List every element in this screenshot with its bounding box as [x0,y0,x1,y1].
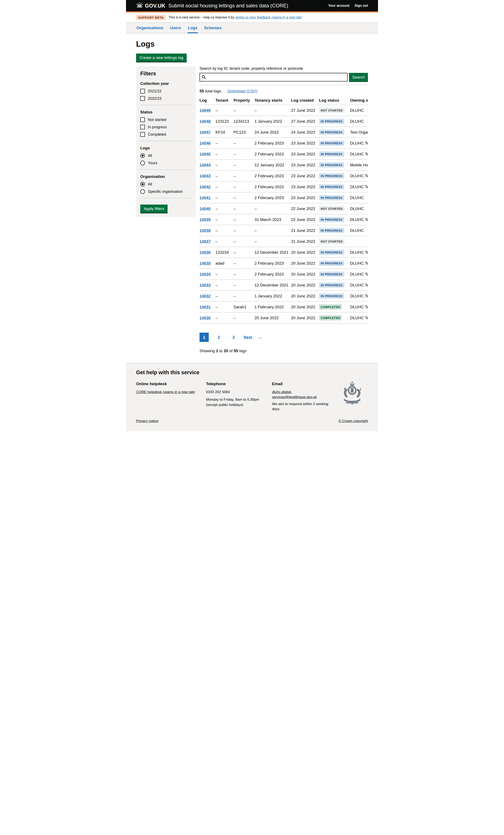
radio-all[interactable]: All [140,182,191,186]
status-badge: IN PROGRESS [319,217,344,222]
log-link[interactable]: 14038 [200,228,210,233]
radio-all[interactable]: All [140,153,191,158]
crown-copyright-link[interactable]: © Crown copyright [339,419,368,423]
checkbox-not-started[interactable]: Not started [140,117,191,122]
pagination-page-1[interactable]: 1 [200,333,209,342]
log-link[interactable]: 14048 [200,119,210,123]
log-link[interactable]: 14031 [200,305,210,309]
search-input[interactable] [200,73,347,81]
sign-out-link[interactable]: Sign out [355,4,368,7]
log-link[interactable]: 14046 [200,141,210,145]
log-link[interactable]: 14047 [200,130,210,135]
option-label: All [148,154,152,158]
pagination-page-2[interactable]: 2 [214,333,223,342]
footer-helpdesk-section: Online helpdesk CORE helpdesk (opens in … [136,381,206,394]
checkbox-control[interactable] [140,96,145,101]
privacy-notice-link[interactable]: Privacy notice [136,419,158,423]
radio-control[interactable] [140,189,145,194]
table-row: 14030––20 June 202220 June 2022COMPLETED… [200,312,368,323]
logs-table: LogTenantPropertyTenancy startsLog creat… [200,98,368,323]
cell-property: – [234,258,255,269]
filter-group-label: Collection year [140,81,191,86]
cell-owning-organisation: DLUHC [350,203,368,214]
cell-owning-organisation: DLUHC Test [350,258,368,269]
cell-tenancy_starts: 2 February 2023 [255,269,291,280]
cell-property: – [234,269,255,280]
cell-tenant: – [216,291,234,302]
cell-owning-organisation: DLUHC Test [350,302,368,312]
checkbox-control[interactable] [140,132,145,137]
log-link[interactable]: 14049 [200,108,210,113]
checkbox-control[interactable] [140,125,145,129]
cell-property: 1234213 [234,116,255,127]
apply-filters-button[interactable]: Apply filters [140,205,167,213]
radio-control[interactable] [140,182,145,186]
nav-item-schemes[interactable]: Schemes [204,25,222,33]
log-link[interactable]: 14032 [200,294,210,298]
table-row: 14040–––22 June 2022NOT STARTEDDLUHC [200,203,368,214]
checkbox-control[interactable] [140,117,145,122]
cell-tenancy_starts: 31 March 2023 [255,214,291,225]
radio-specific-organisation[interactable]: Specific organisation [140,189,191,194]
log-link[interactable]: 14041 [200,196,210,200]
cell-log_created: 23 June 2022 [291,160,319,170]
log-link[interactable]: 14039 [200,217,210,222]
govuk-home-link[interactable]: GOV.UK [136,2,165,9]
search-label: Search by log ID, tenant code, property … [200,66,368,71]
cell-tenant: – [216,280,234,291]
log-link[interactable]: 14040 [200,206,210,211]
nav-item-logs[interactable]: Logs [187,25,198,33]
pagination-next-link[interactable]: Next [244,335,252,340]
log-link[interactable]: 14042 [200,185,210,189]
checkbox-control[interactable] [140,89,145,94]
cell-owning-organisation: Mobile Housing [350,160,368,170]
log-link[interactable]: 14030 [200,315,210,320]
footer-heading: Get help with this service [136,369,368,375]
core-helpdesk-link[interactable]: CORE helpdesk (opens in a new tab) [136,390,195,394]
cell-log_created: 20 June 2022 [291,258,319,269]
log-link[interactable]: 14045 [200,152,210,156]
cell-owning-organisation: DLUHC Test [350,149,368,160]
checkbox-2021-22[interactable]: 2021/22 [140,89,191,94]
log-link[interactable]: 14034 [200,272,210,277]
option-label: Specific organisation [148,189,183,194]
log-link[interactable]: 14043 [200,174,210,178]
status-badge: NOT STARTED [319,239,344,244]
service-name-link[interactable]: Submit social housing lettings and sales… [168,3,288,8]
nav-item-organisations[interactable]: Organisations [136,25,164,33]
download-csv-link[interactable]: Download (CSV) [228,89,258,94]
log-link[interactable]: 14033 [200,283,210,287]
radio-control[interactable] [140,153,145,158]
cell-owning-organisation: DLUHC Test [350,170,368,181]
pagination-page-3[interactable]: 3 [229,333,238,342]
option-label: In progress [148,125,167,129]
your-account-link[interactable]: Your account [328,4,349,7]
create-lettings-log-button[interactable]: Create a new lettings log [136,54,187,62]
cell-tenancy_starts: – [255,236,291,247]
email-link[interactable]: dluhc.digital-services@levellingup.gov.u… [272,390,317,399]
log-link[interactable]: 14036 [200,250,210,254]
status-badge: IN PROGRESS [319,119,344,124]
search-button[interactable]: Search [349,73,368,81]
status-badge: IN PROGRESS [319,173,344,179]
radio-control[interactable] [140,161,145,165]
table-row: 14046––2 February 202323 June 2022IN PRO… [200,138,368,149]
checkbox-in-progress[interactable]: In progress [140,125,191,129]
support-beta-tag: SUPPORT BETA [136,15,165,20]
log-link[interactable]: 14037 [200,239,210,244]
telephone-hours: Monday to Friday, 9am to 5:30pm [206,397,272,402]
checkbox-2022-23[interactable]: 2022/23 [140,96,191,101]
table-row: 14032––1 January 202220 June 2022IN PROG… [200,291,368,302]
filter-group-label: Status [140,110,191,115]
log-link[interactable]: 14035 [200,261,210,265]
option-label: Completed [148,132,166,137]
checkbox-completed[interactable]: Completed [140,132,191,137]
nav-item-users[interactable]: Users [170,25,182,33]
feedback-link[interactable]: giving us your feedback (opens in a new … [235,16,302,19]
log-link[interactable]: 14044 [200,163,210,167]
cell-log_created: 22 June 2022 [291,214,319,225]
cell-property: Sarah1 [234,302,255,312]
cell-log_created: 27 June 2022 [291,116,319,127]
cell-owning-organisation: DLUHC Test [350,181,368,192]
radio-yours[interactable]: Yours [140,161,191,165]
